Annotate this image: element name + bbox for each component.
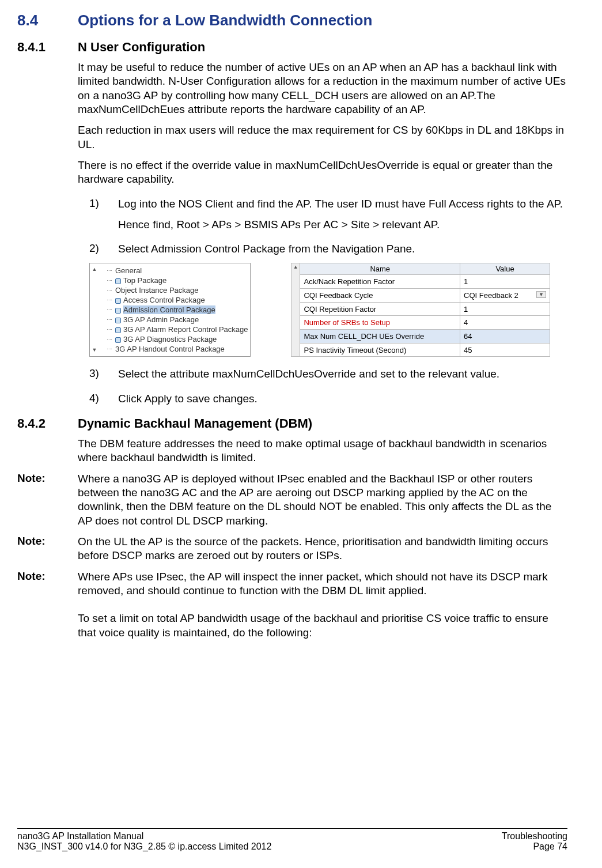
tree-item[interactable]: 3G AP Handout Control Package [99, 344, 250, 354]
scroll-up-icon[interactable]: ▲ [293, 263, 298, 271]
footer-doc-id: N3G_INST_300 v14.0 for N3G_2.85 © ip.acc… [17, 841, 271, 852]
key-icon [115, 278, 121, 284]
table-row[interactable]: PS Inactivity Timeout (Second)45 [300, 343, 550, 357]
tree-item-label: 3G AP Handout Control Package [115, 345, 225, 353]
attr-value-cell[interactable]: CQI Feedback 2▼ [460, 289, 550, 303]
footer-doc-title: nano3G AP Installation Manual [17, 831, 271, 841]
attr-value-cell[interactable]: 45 [460, 343, 550, 357]
attr-name-cell: CQI Feedback Cycle [300, 289, 460, 303]
attr-value-cell[interactable]: 4 [460, 316, 550, 330]
chevron-down-icon[interactable]: ▼ [536, 291, 546, 298]
page-footer: nano3G AP Installation Manual N3G_INST_3… [17, 828, 567, 852]
section-number: 8.4 [17, 12, 78, 29]
tree-item[interactable]: 3G AP Alarm Report Control Package [99, 324, 250, 334]
tree-item-label: General [115, 266, 142, 275]
note-text: Where APs use IPsec, the AP will inspect… [78, 570, 567, 598]
step-text: Log into the NOS Client and find the AP.… [118, 197, 563, 211]
scroll-up-icon[interactable]: ▲ [92, 267, 97, 272]
tree-scrollbar[interactable]: ▲ ▼ [90, 266, 99, 354]
tree-item-label: 3G AP Admin Package [123, 315, 199, 324]
attr-name-cell: Number of SRBs to Setup [300, 316, 460, 330]
table-header-name: Name [300, 263, 460, 275]
attr-name-cell: Ack/Nack Repetition Factor [300, 275, 460, 289]
attr-name-cell: Max Num CELL_DCH UEs Override [300, 330, 460, 344]
screenshot-figure: ▲ ▼ GeneralTop PackageObject Instance Pa… [89, 263, 567, 357]
key-icon [115, 327, 121, 333]
attr-value-cell[interactable]: 1 [460, 275, 550, 289]
table-header-value: Value [460, 263, 550, 275]
subsection-number: 8.4.2 [17, 416, 78, 431]
paragraph: To set a limit on total AP bandwidth usa… [78, 612, 567, 640]
paragraph: Each reduction in max users will reduce … [78, 123, 567, 152]
attr-value-cell[interactable]: 1 [460, 302, 550, 316]
attr-value-cell[interactable]: 64 [460, 330, 550, 344]
footer-page: Page 74 [502, 841, 567, 852]
footer-section: Troubleshooting [502, 831, 567, 841]
key-icon [115, 337, 121, 343]
subsection-title: Dynamic Backhaul Management (DBM) [78, 416, 312, 431]
tree-item-label: Access Control Package [123, 296, 205, 304]
step-text: Click Apply to save changes. [118, 392, 258, 406]
step-number: 4) [89, 392, 118, 406]
table-row[interactable]: Number of SRBs to Setup4 [300, 316, 550, 330]
note-text: Where a nano3G AP is deployed without IP… [78, 472, 567, 528]
nav-tree: ▲ ▼ GeneralTop PackageObject Instance Pa… [89, 263, 251, 357]
tree-item-label: Admission Control Package [123, 305, 215, 314]
table-row[interactable]: CQI Repetition Factor1 [300, 302, 550, 316]
note-label: Note: [17, 472, 78, 528]
paragraph: The DBM feature addresses the need to ma… [78, 437, 567, 465]
tree-item[interactable]: Top Package [99, 276, 250, 285]
table-scrollbar[interactable]: ▲ [291, 263, 300, 357]
note-label: Note: [17, 535, 78, 563]
paragraph: It may be useful to reduce the number of… [78, 61, 567, 116]
table-row[interactable]: Ack/Nack Repetition Factor1 [300, 275, 550, 289]
table-row[interactable]: Max Num CELL_DCH UEs Override64 [300, 330, 550, 344]
step-number: 2) [89, 242, 118, 256]
attr-name-cell: PS Inactivity Timeout (Second) [300, 343, 460, 357]
key-icon [115, 318, 121, 323]
step-number: 1) [89, 197, 118, 211]
note-label: Note: [17, 570, 78, 598]
step-text: Select Admission Control Package from th… [118, 242, 415, 256]
tree-item[interactable]: Admission Control Package [99, 305, 250, 315]
attribute-table-wrap: ▲ Name Value Ack/Nack Repetition Factor1… [291, 263, 550, 357]
key-icon [115, 308, 121, 314]
tree-item-label: Top Package [123, 276, 166, 285]
tree-item[interactable]: 3G AP Admin Package [99, 315, 250, 324]
tree-item-label: 3G AP Alarm Report Control Package [123, 325, 248, 334]
note-text: On the UL the AP is the source of the pa… [78, 535, 567, 563]
tree-item[interactable]: 3G AP Diagnostics Package [99, 334, 250, 344]
paragraph: There is no effect if the override value… [78, 158, 567, 187]
tree-item-label: 3G AP Diagnostics Package [123, 335, 217, 344]
step-number: 3) [89, 367, 118, 381]
attr-name-cell: CQI Repetition Factor [300, 302, 460, 316]
key-icon [115, 298, 121, 304]
tree-item-label: Object Instance Package [115, 286, 199, 295]
table-row[interactable]: CQI Feedback CycleCQI Feedback 2▼ [300, 289, 550, 303]
subsection-title: N User Configuration [78, 40, 205, 55]
tree-item[interactable]: Object Instance Package [99, 285, 250, 295]
section-title: Options for a Low Bandwidth Connection [78, 12, 372, 29]
subsection-number: 8.4.1 [17, 40, 78, 55]
attribute-table: Name Value Ack/Nack Repetition Factor1CQ… [300, 263, 550, 357]
step-text: Select the attribute maxNumCellDchUesOve… [118, 367, 499, 381]
scroll-down-icon[interactable]: ▼ [92, 348, 97, 353]
step-subtext: Hence find, Root > APs > BSMIS APs Per A… [118, 218, 567, 232]
tree-item[interactable]: General [99, 266, 250, 276]
tree-item[interactable]: Access Control Package [99, 295, 250, 305]
